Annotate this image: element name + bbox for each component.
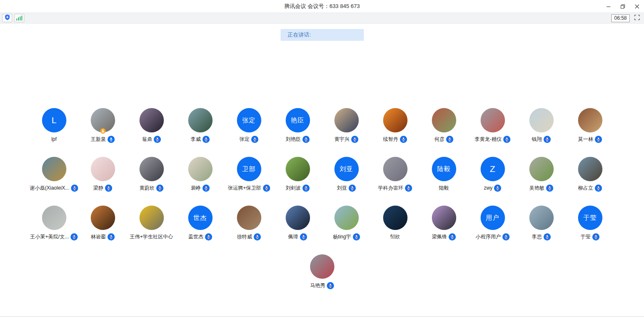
participant-tile[interactable]: 佩璋 xyxy=(273,206,322,240)
mic-icon[interactable] xyxy=(300,233,307,240)
participant-name: 钱翔 xyxy=(532,136,542,143)
avatar xyxy=(529,157,554,181)
mic-icon[interactable] xyxy=(251,136,258,143)
mic-icon[interactable] xyxy=(105,185,112,192)
mic-icon[interactable] xyxy=(202,136,210,143)
fullscreen-button[interactable] xyxy=(632,14,642,22)
mic-icon[interactable] xyxy=(71,233,78,240)
participant-name: 李黄龙-精仪 xyxy=(475,136,502,143)
participant-tile[interactable]: 钱翔 xyxy=(517,108,566,143)
mic-icon[interactable] xyxy=(353,233,360,240)
participant-tile[interactable]: 续智丹 xyxy=(371,108,420,143)
participant-tile[interactable]: 莫一林 xyxy=(566,108,615,143)
avatar xyxy=(310,254,334,279)
participant-tile[interactable]: 刘亚 刘亚 xyxy=(322,157,371,192)
mic-icon[interactable] xyxy=(349,185,356,192)
participant-tile[interactable]: 邹欣 xyxy=(371,206,420,240)
mic-icon[interactable] xyxy=(71,185,78,192)
participant-tile[interactable]: 吴艳敏 xyxy=(517,157,566,192)
participant-name: 刘艳臣 xyxy=(286,136,301,143)
name-row: 盖世杰 xyxy=(188,233,212,240)
participant-row: 谢小磊(XiaoleiX... 梁静 xyxy=(0,157,644,206)
minimize-button[interactable] xyxy=(601,0,615,13)
mic-icon[interactable] xyxy=(205,233,212,240)
mic-icon[interactable] xyxy=(327,282,334,289)
mic-icon[interactable] xyxy=(544,136,551,143)
participant-tile[interactable]: 王小茉+美院/文... xyxy=(30,206,79,240)
mic-icon[interactable] xyxy=(263,185,270,192)
participant-tile[interactable]: 杨ting宇 xyxy=(322,206,371,240)
participant-tile[interactable]: 王新泉 xyxy=(79,108,127,143)
participant-tile[interactable]: 何彦 xyxy=(420,108,468,143)
mic-icon[interactable] xyxy=(351,136,358,143)
participant-tile[interactable]: 于莹 于莹 xyxy=(566,206,615,240)
participant-tile[interactable]: 学科办雷环 xyxy=(371,157,420,192)
mic-icon[interactable] xyxy=(546,185,553,192)
participant-name: 黄宇兴 xyxy=(334,136,350,143)
participant-tile[interactable]: 李思 xyxy=(517,206,566,240)
mic-icon[interactable] xyxy=(154,136,161,143)
mic-icon[interactable] xyxy=(503,136,510,143)
avatar-wrap xyxy=(286,157,310,181)
participant-tile[interactable]: 裴峥 xyxy=(176,157,225,192)
close-button[interactable] xyxy=(630,0,644,13)
participant-tile[interactable]: 张定 张定 xyxy=(225,108,273,143)
avatar: 用户 xyxy=(481,206,505,230)
participant-tile[interactable]: Z zwy xyxy=(468,157,517,192)
participant-tile[interactable]: 艳臣 刘艳臣 xyxy=(273,108,322,143)
participant-tile[interactable]: 陆毅 陆毅 xyxy=(420,157,468,192)
name-row: 王小茉+美院/文... xyxy=(30,233,78,240)
host-badge-icon xyxy=(100,128,105,134)
mic-icon[interactable] xyxy=(254,233,261,240)
participant-tile[interactable]: 卫部 张运腾+保卫部 xyxy=(225,157,273,192)
participant-tile[interactable]: 李黄龙-精仪 xyxy=(468,108,517,143)
avatar-wrap: 于莹 xyxy=(578,206,602,230)
mic-icon[interactable] xyxy=(202,185,210,192)
participant-tile[interactable]: 翁鼎 xyxy=(127,108,176,143)
mic-icon[interactable] xyxy=(156,185,163,192)
participant-tile[interactable]: 柳占立 xyxy=(566,157,615,192)
avatar-wrap xyxy=(334,206,359,230)
participant-name: zwy xyxy=(484,185,493,192)
name-row: 杨ting宇 xyxy=(333,233,360,240)
participant-tile[interactable]: 马艳秀 xyxy=(298,254,347,289)
participant-tile[interactable]: 梁静 xyxy=(79,157,127,192)
participant-tile[interactable]: 黄蔚欣 xyxy=(127,157,176,192)
participant-tile[interactable]: 林岩銮 xyxy=(79,206,127,240)
mic-icon[interactable] xyxy=(405,185,412,192)
speaking-banner: 正在讲话: xyxy=(281,29,364,41)
participant-tile[interactable]: 王伟+学生社区中心 xyxy=(127,206,176,240)
mic-icon[interactable] xyxy=(108,233,115,240)
mic-icon[interactable] xyxy=(494,185,501,192)
mic-icon[interactable] xyxy=(502,233,510,240)
mic-icon[interactable] xyxy=(592,233,599,240)
avatar xyxy=(188,157,213,181)
window-title: 腾讯会议 会议号：633 845 673 xyxy=(0,3,644,10)
avatar xyxy=(481,108,505,132)
mic-icon[interactable] xyxy=(449,233,456,240)
participant-tile[interactable]: 徐特威 xyxy=(225,206,273,240)
restore-button[interactable] xyxy=(615,0,630,13)
mic-icon[interactable] xyxy=(595,185,602,192)
mic-icon[interactable] xyxy=(544,233,551,240)
avatar-wrap xyxy=(383,206,407,230)
participant-tile[interactable]: 世杰 盖世杰 xyxy=(176,206,225,240)
participant-tile[interactable]: 用户 小程序用户 xyxy=(468,206,517,240)
network-signal-button[interactable] xyxy=(14,14,24,22)
participant-name: 梁佩锋 xyxy=(432,233,447,240)
avatar-wrap xyxy=(432,206,456,230)
mic-icon[interactable] xyxy=(400,136,407,143)
mic-icon[interactable] xyxy=(108,136,115,143)
participant-tile[interactable]: 李威 xyxy=(176,108,225,143)
mic-icon[interactable] xyxy=(595,136,602,143)
mic-icon[interactable] xyxy=(302,185,310,192)
participant-tile[interactable]: 黄宇兴 xyxy=(322,108,371,143)
security-button[interactable] xyxy=(2,14,12,22)
mic-icon[interactable] xyxy=(302,136,310,143)
participant-tile[interactable]: L lpf xyxy=(30,108,79,143)
participant-tile[interactable]: 刘剑波 xyxy=(273,157,322,192)
participant-tile[interactable]: 谢小磊(XiaoleiX... xyxy=(30,157,79,192)
mic-icon[interactable] xyxy=(446,136,453,143)
participant-name: 于莹 xyxy=(581,233,591,240)
participant-tile[interactable]: 梁佩锋 xyxy=(420,206,468,240)
